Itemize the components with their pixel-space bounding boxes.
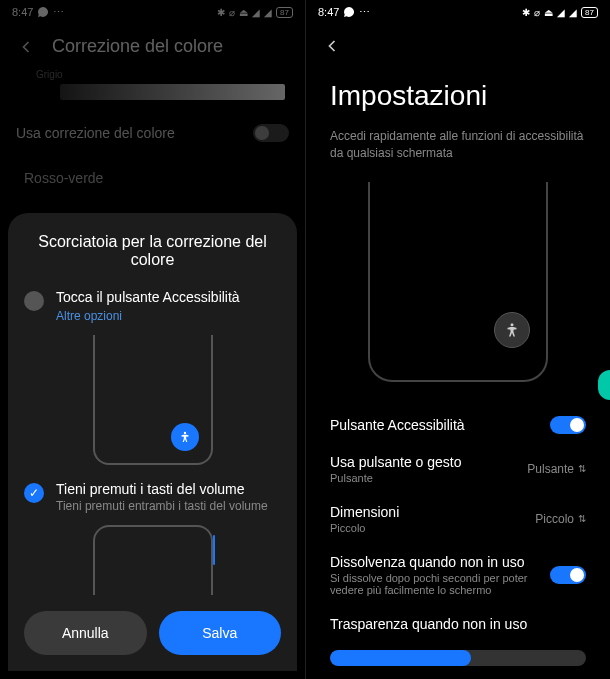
option2-label: Tieni premuti i tasti del volume [56,481,281,497]
battery-icon: 87 [581,7,598,18]
dialog-buttons: Annulla Salva [24,611,281,655]
a11y-button-icon [171,423,199,451]
fade-toggle[interactable] [550,566,586,584]
a11y-button-row[interactable]: Pulsante Accessibilità [306,406,610,444]
dialog-title: Scorciatoia per la correzione del colore [24,233,281,269]
option2-sub: Tieni premuti entrambi i tasti del volum… [56,499,281,513]
svg-point-0 [183,432,185,434]
signal-icon: ◢ [569,7,577,18]
fade-label: Dissolvenza quando non in uso [330,554,550,570]
shortcut-dialog: Scorciatoia per la correzione del colore… [8,213,297,671]
radio-unchecked-icon[interactable] [24,291,44,311]
more-options-link[interactable]: Altre opzioni [56,309,281,323]
phone-illustration-large [368,182,548,382]
size-sub: Piccolo [330,522,535,534]
page-title: Impostazioni [306,68,610,124]
size-value: Piccolo ⇅ [535,512,586,526]
save-button[interactable]: Salva [159,611,282,655]
right-screen: 8:47 ⋯ ✱ ⌀ ⏏ ◢ ◢ 87 Impostazioni Accedi … [305,0,610,679]
use-button-gesture-label: Usa pulsante o gesto [330,454,527,470]
cancel-button[interactable]: Annulla [24,611,147,655]
size-label: Dimensioni [330,504,535,520]
dialog-overlay: Scorciatoia per la correzione del colore… [0,0,305,679]
transparency-label: Trasparenza quando non in uso [330,616,586,632]
bluetooth-icon: ✱ [522,7,530,18]
transparency-slider[interactable] [330,650,586,666]
phone-illustration-a11y [93,335,213,465]
vibrate-icon: ⌀ [534,7,540,18]
slider-fill [330,650,471,666]
whatsapp-icon [343,6,355,18]
chevron-updown-icon: ⇅ [578,463,586,474]
use-button-gesture-value: Pulsante ⇅ [527,462,586,476]
back-icon[interactable] [322,36,342,56]
a11y-button-toggle[interactable] [550,416,586,434]
use-button-gesture-sub: Pulsante [330,472,527,484]
svg-point-1 [511,323,514,326]
transparency-row: Trasparenza quando non in uso [306,606,610,642]
size-row[interactable]: Dimensioni Piccolo Piccolo ⇅ [306,494,610,544]
status-time: 8:47 [318,6,339,18]
a11y-button-label: Pulsante Accessibilità [330,417,550,433]
dnd-icon: ⏏ [544,7,553,18]
left-screen: 8:47 ⋯ ✱ ⌀ ⏏ ◢ ◢ 87 Correzione del color… [0,0,305,679]
status-bar: 8:47 ⋯ ✱ ⌀ ⏏ ◢ ◢ 87 [306,0,610,24]
phone-illustration-volume [93,525,213,595]
fade-sub: Si dissolve dopo pochi secondi per poter… [330,572,550,596]
fade-row[interactable]: Dissolvenza quando non in uso Si dissolv… [306,544,610,606]
option1-label: Tocca il pulsante Accessibilità [56,289,281,305]
wifi-icon: ◢ [557,7,565,18]
status-more-icon: ⋯ [359,6,370,19]
chevron-updown-icon: ⇅ [578,513,586,524]
side-tab-handle[interactable] [598,370,610,400]
option-touch-a11y[interactable]: Tocca il pulsante Accessibilità Altre op… [24,289,281,323]
header [306,24,610,68]
use-button-gesture-row[interactable]: Usa pulsante o gesto Pulsante Pulsante ⇅ [306,444,610,494]
page-subtitle: Accedi rapidamente alle funzioni di acce… [306,124,610,174]
a11y-button-large-icon [494,312,530,348]
option-volume-keys[interactable]: ✓ Tieni premuti i tasti del volume Tieni… [24,481,281,513]
checkbox-checked-icon[interactable]: ✓ [24,483,44,503]
